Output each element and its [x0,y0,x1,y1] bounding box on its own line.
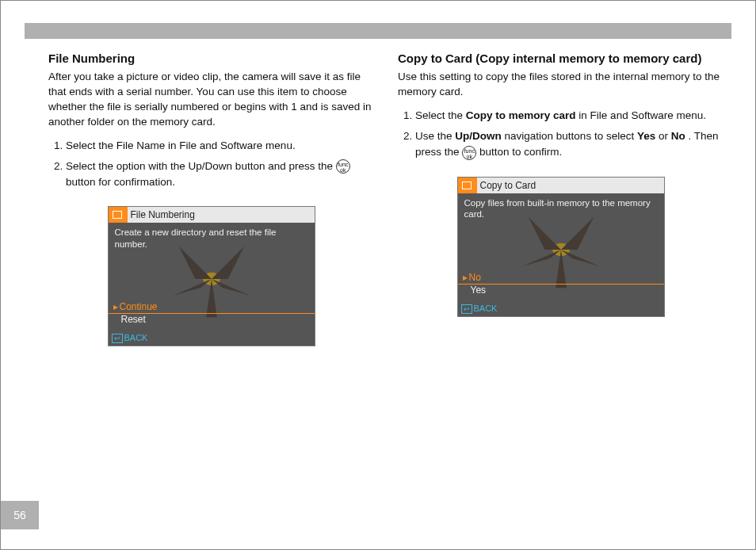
cam-opt-selected: No [463,272,487,283]
header-bar [25,23,731,39]
right-intro: Use this setting to copy the files store… [398,70,724,100]
cam-opt-other: Reset [121,314,158,325]
r-step2-bold2: Yes [637,130,655,142]
left-step-2: Select the option with the Up/Down butto… [66,159,374,191]
page-content: File Numbering After you take a picture … [48,48,724,486]
right-column: Copy to Card (Copy internal memory to me… [398,48,724,486]
r-step1-b: in File and Software menu. [578,109,706,121]
back-arrow-icon: ↩ [461,304,472,314]
left-intro: After you take a picture or video clip, … [48,70,374,130]
func-ok-icon: funcok [462,146,476,160]
r-step2-c: or [659,130,671,142]
cam-opt-selected: Continue [113,301,158,312]
cam-options: No Yes [463,272,487,296]
left-steps: Select the File Name in File and Softwar… [48,138,374,191]
flower-decor-icon [148,235,275,323]
right-camera-screen: Copy to Card Copy files from built-in me… [457,177,665,317]
cam-title: File Numbering [131,209,195,220]
cam-titlebar: File Numbering [109,207,315,223]
cam-back-label: BACK [474,304,498,313]
right-steps: Select the Copy to memory card in File a… [398,108,724,161]
r-step1-a: Select the [415,109,466,121]
left-step2-text-b: button for confirmation. [66,176,175,188]
right-heading: Copy to Card (Copy internal memory to me… [398,52,724,65]
folder-icon [458,178,477,193]
page-number: 56 [1,501,39,529]
right-step-2: Use the Up/Down navigation buttons to se… [415,128,724,161]
r-step2-a: Use the [415,130,455,142]
r-step2-bold1: Up/Down [455,130,502,142]
cam-options: Continue Reset [113,301,158,325]
r-step1-bold: Copy to memory card [466,109,576,121]
left-step-1: Select the File Name in File and Softwar… [66,138,374,154]
left-step2-text-a: Select the option with the Up/Down butto… [66,160,336,172]
right-step-1: Select the Copy to memory card in File a… [415,108,724,124]
cam-title: Copy to Card [480,180,536,191]
r-step2-b: navigation buttons to select [505,130,637,142]
r-step2-e: button to confirm. [479,146,562,158]
flower-decor-icon [498,206,624,293]
folder-icon [109,207,128,223]
cam-back: ↩BACK [112,333,148,343]
cam-back-label: BACK [124,333,148,342]
cam-divider [458,284,664,285]
left-camera-screen: File Numbering Create a new directory an… [108,206,315,346]
func-ok-icon: funcok [336,159,350,174]
cam-opt-other: Yes [471,285,487,296]
left-heading: File Numbering [48,52,374,65]
left-column: File Numbering After you take a picture … [48,48,374,486]
cam-titlebar: Copy to Card [458,178,664,193]
back-arrow-icon: ↩ [112,334,123,343]
cam-back: ↩BACK [461,304,498,314]
r-step2-bold3: No [671,130,685,142]
